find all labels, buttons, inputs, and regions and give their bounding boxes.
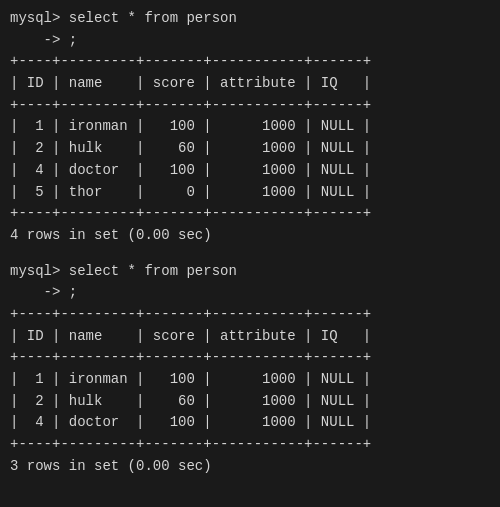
spacer-between-blocks — [10, 247, 490, 261]
query-block-2: mysql> select * from person -> ; +----+-… — [10, 261, 490, 478]
terminal-container: mysql> select * from person -> ; +----+-… — [10, 8, 490, 477]
query-block-1: mysql> select * from person -> ; +----+-… — [10, 8, 490, 247]
